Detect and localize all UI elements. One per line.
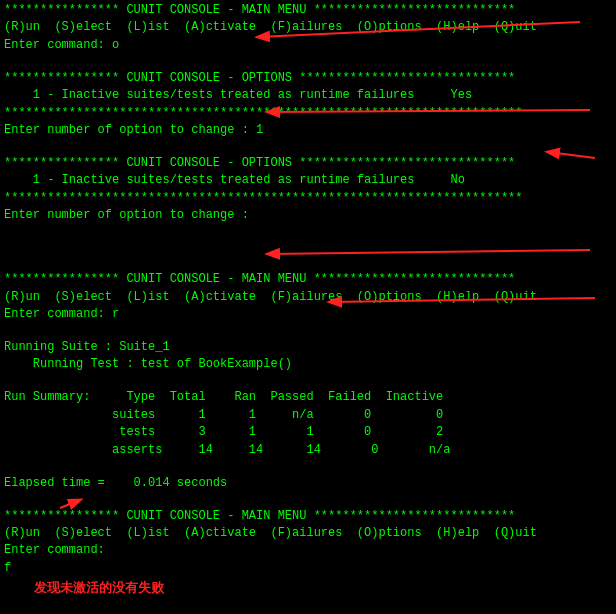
line-24: Run Summary: Type Total Ran Passed Faile… [4,389,612,406]
red-annotation-row: 发现未激活的没有失败 [4,579,612,597]
line-21: Running Suite : Suite_1 [4,339,612,356]
line-3: Enter command: o [4,37,612,54]
line-16 [4,256,612,272]
line-17: **************** CUNIT CONSOLE - MAIN ME… [4,271,612,288]
line-8: Enter number of option to change : 1 [4,122,612,139]
line-26: tests 3 1 1 0 2 [4,424,612,441]
line-1: **************** CUNIT CONSOLE - MAIN ME… [4,2,612,19]
line-10: **************** CUNIT CONSOLE - OPTIONS… [4,155,612,172]
line-27: asserts 14 14 14 0 n/a [4,442,612,459]
line-13: Enter number of option to change : [4,207,612,224]
line-5: **************** CUNIT CONSOLE - OPTIONS… [4,70,612,87]
line-28 [4,459,612,475]
line-22: Running Test : test of BookExample() [4,356,612,373]
line-4 [4,54,612,70]
line-31: **************** CUNIT CONSOLE - MAIN ME… [4,508,612,525]
line-extra [4,597,612,613]
terminal-window: **************** CUNIT CONSOLE - MAIN ME… [0,0,616,614]
line-25: suites 1 1 n/a 0 0 [4,407,612,424]
red-annotation-text: 发现未激活的没有失败 [34,579,164,597]
line-6: 1 - Inactive suites/tests treated as run… [4,87,612,104]
line-14 [4,224,612,240]
line-11: 1 - Inactive suites/tests treated as run… [4,172,612,189]
line-2: (R)un (S)elect (L)ist (A)ctivate (F)ailu… [4,19,612,36]
line-12: ****************************************… [4,190,612,207]
line-32: (R)un (S)elect (L)ist (A)ctivate (F)ailu… [4,525,612,542]
line-34: f [4,560,612,577]
line-30 [4,492,612,508]
line-15 [4,240,612,256]
line-20 [4,323,612,339]
line-7: ****************************************… [4,105,612,122]
line-33: Enter command: [4,542,612,559]
line-9 [4,139,612,155]
line-19: Enter command: r [4,306,612,323]
line-23 [4,374,612,390]
line-18: (R)un (S)elect (L)ist (A)ctivate (F)ailu… [4,289,612,306]
line-29: Elapsed time = 0.014 seconds [4,475,612,492]
